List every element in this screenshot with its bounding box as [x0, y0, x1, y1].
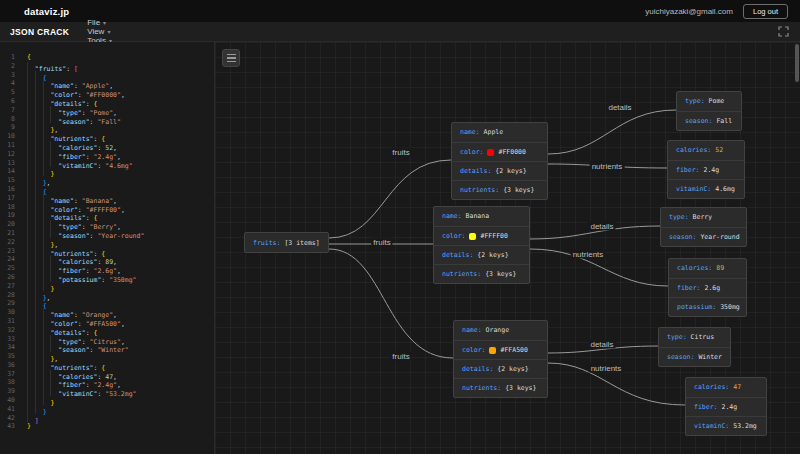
logout-button[interactable]: Log out [743, 4, 788, 19]
code-text: "type": "Berry", [22, 220, 121, 229]
code-line[interactable]: 38"fiber": "2.4g", [0, 378, 214, 387]
code-text: { [22, 71, 47, 80]
code-line[interactable]: 17"name": "Banana", [0, 194, 214, 203]
code-line[interactable]: 39"vitaminC": "53.2mg" [0, 387, 214, 396]
code-line[interactable]: 29{ [0, 299, 214, 308]
code-line[interactable]: 1{ [0, 53, 214, 62]
node-row: color:#FFFF00 [434, 226, 529, 245]
code-line[interactable]: 23"nutrients": { [0, 247, 214, 256]
menu-file[interactable]: File▾ [87, 18, 112, 27]
menu-view[interactable]: View▾ [87, 27, 112, 36]
code-line[interactable]: 42] [0, 414, 214, 423]
code-text: "calories": 52, [22, 141, 117, 150]
code-text: "season": "Winter" [22, 343, 129, 352]
edge-label-details: details [588, 340, 615, 349]
node-key: calories: [694, 378, 729, 397]
node-key: fiber: [694, 398, 717, 417]
code-line[interactable]: 20"type": "Berry", [0, 220, 214, 229]
code-line[interactable]: 28}, [0, 291, 214, 300]
code-text: "potassium": "350mg" [22, 273, 137, 282]
app-brand: JSON CRACK [10, 27, 69, 37]
code-line[interactable]: 31"color": "#FFA500", [0, 317, 214, 326]
node-value: 4.6mg [715, 180, 735, 199]
fullscreen-button[interactable] [776, 25, 790, 39]
graph-node-banana-details[interactable]: type:Berryseason:Year-round [660, 207, 747, 247]
node-row: details:{2 keys} [454, 359, 547, 378]
code-line[interactable]: 16{ [0, 185, 214, 194]
code-line[interactable]: 26"potassium": "350mg" [0, 273, 214, 282]
node-row: nutrients:{3 keys} [434, 264, 529, 283]
code-text: "fiber": "2.4g", [22, 150, 121, 159]
node-row: season:Year-round [661, 227, 746, 246]
code-text: }, [22, 352, 58, 361]
code-text: "season": "Fall" [22, 115, 121, 124]
node-value: Citrus [691, 328, 714, 347]
canvas-scrollbar[interactable] [795, 44, 799, 82]
line-number: 42 [0, 414, 22, 423]
json-editor[interactable]: 1{2"fruits": [3{4"name": "Apple",5"color… [0, 42, 215, 454]
line-number: 25 [0, 264, 22, 273]
graph-node-banana-nutrients[interactable]: calories:89fiber:2.6gpotassium:350mg [668, 258, 747, 317]
line-number: 17 [0, 194, 22, 203]
code-line[interactable]: 37"calories": 47, [0, 370, 214, 379]
code-line[interactable]: 24"calories": 89, [0, 255, 214, 264]
code-line[interactable]: 25"fiber": "2.6g", [0, 264, 214, 273]
graph-node-orange-nutrients[interactable]: calories:47fiber:2.4gvitaminC:53.2mg [685, 377, 767, 436]
code-line[interactable]: 15}, [0, 176, 214, 185]
graph-node-root[interactable]: fruits:[3 items] [244, 232, 329, 253]
node-key: color: [462, 341, 485, 360]
line-number: 12 [0, 150, 22, 159]
code-text: "fiber": "2.6g", [22, 264, 121, 273]
graph-node-apple[interactable]: name:Applecolor:#FF0000details:{2 keys}n… [451, 122, 548, 200]
node-key: season: [667, 348, 694, 367]
code-line[interactable]: 41} [0, 405, 214, 414]
node-value: 2.6g [704, 279, 720, 298]
code-line[interactable]: 10"nutrients": { [0, 132, 214, 141]
node-value: Berry [693, 208, 713, 227]
node-key: season: [685, 112, 712, 131]
node-key: calories: [676, 141, 711, 160]
code-line[interactable]: 33"type": "Citrus", [0, 335, 214, 344]
node-row: type:Citrus [659, 328, 730, 347]
node-value: 2.4g [703, 161, 719, 180]
code-line[interactable]: 36"nutrients": { [0, 361, 214, 370]
code-line[interactable]: 8"season": "Fall" [0, 115, 214, 124]
graph-node-orange-details[interactable]: type:Citrusseason:Winter [658, 327, 731, 367]
code-text: } [22, 422, 31, 431]
code-line[interactable]: 7"type": "Pome", [0, 106, 214, 115]
code-line[interactable]: 11"calories": 52, [0, 141, 214, 150]
canvas-menu-button[interactable] [222, 49, 240, 67]
node-row: nutrients:{3 keys} [454, 378, 547, 397]
code-line[interactable]: 4"name": "Apple", [0, 79, 214, 88]
code-line[interactable]: 12"fiber": "2.4g", [0, 150, 214, 159]
graph-canvas[interactable]: fruits:[3 items]name:Applecolor:#FF0000d… [215, 42, 800, 454]
node-key: type: [667, 328, 687, 347]
code-line[interactable]: 21"season": "Year-round" [0, 229, 214, 238]
line-number: 16 [0, 185, 22, 194]
line-number: 41 [0, 405, 22, 414]
code-text: ] [22, 414, 39, 423]
code-text: { [22, 299, 47, 308]
code-line[interactable]: 43} [0, 422, 214, 431]
code-line[interactable]: 5"color": "#FF0000", [0, 88, 214, 97]
line-number: 3 [0, 71, 22, 80]
node-row: fiber:2.4g [686, 397, 766, 416]
code-line[interactable]: 34"season": "Winter" [0, 343, 214, 352]
code-line[interactable]: 13"vitaminC": "4.6mg" [0, 159, 214, 168]
line-number: 13 [0, 159, 22, 168]
node-row: nutrients:{3 keys} [452, 180, 547, 199]
graph-node-orange[interactable]: name:Orangecolor:#FFA500details:{2 keys}… [453, 320, 548, 398]
code-line[interactable]: 2"fruits": [ [0, 62, 214, 71]
code-line[interactable]: 3{ [0, 71, 214, 80]
code-line[interactable]: 18"color": "#FFFF00", [0, 203, 214, 212]
edge-label-nutrients: nutrients [571, 250, 606, 259]
node-row: type:Pome [677, 92, 741, 111]
code-text: "fruits": [ [22, 62, 78, 71]
graph-node-banana[interactable]: name:Bananacolor:#FFFF00details:{2 keys}… [433, 206, 530, 284]
code-line[interactable]: 30"name": "Orange", [0, 308, 214, 317]
graph-node-apple-nutrients[interactable]: calories:52fiber:2.4gvitaminC:4.6mg [667, 140, 745, 199]
code-text: "name": "Apple", [22, 79, 113, 88]
graph-node-apple-details[interactable]: type:Pomeseason:Fall [676, 91, 742, 131]
node-value: #FFA500 [500, 341, 527, 360]
chevron-down-icon: ▾ [107, 28, 110, 35]
